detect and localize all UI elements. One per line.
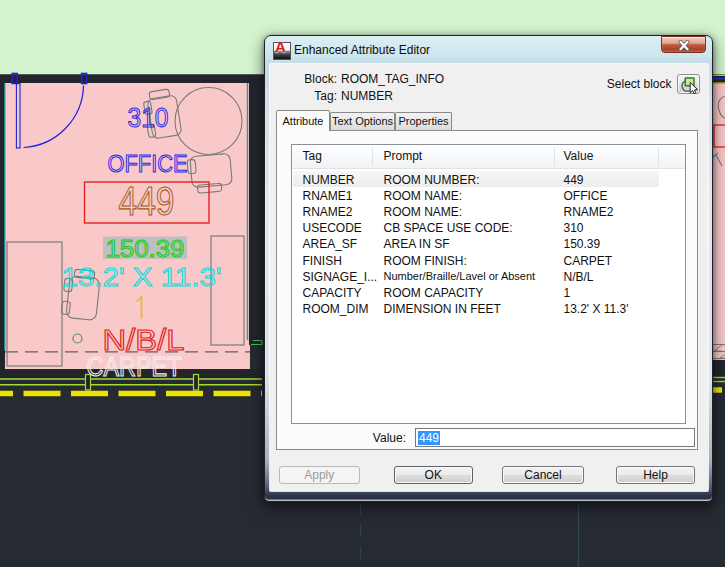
svg-text:449: 449 (119, 179, 175, 223)
svg-text:OFFICE: OFFICE (108, 150, 188, 177)
svg-text:13.2' X 11.3': 13.2' X 11.3' (62, 262, 222, 292)
svg-text:N/B/L: N/B/L (103, 323, 185, 356)
svg-text:CARPET: CARPET (87, 352, 182, 382)
svg-text:310: 310 (128, 103, 169, 133)
svg-text:150.39: 150.39 (106, 236, 185, 262)
